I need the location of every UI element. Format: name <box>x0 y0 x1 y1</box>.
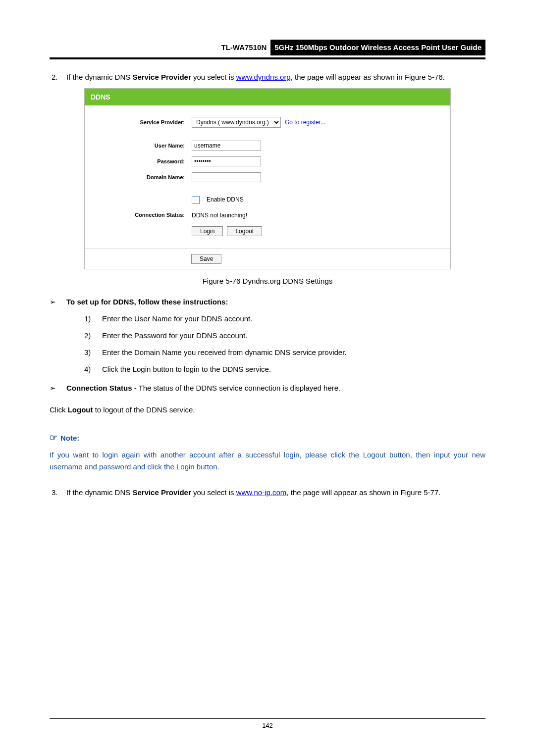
select-service-provider[interactable]: Dyndns ( www.dyndns.org ) <box>192 117 281 128</box>
bold-text: Connection Status <box>66 384 132 392</box>
header-band <box>50 57 485 59</box>
connection-status-text: DDNS not launching! <box>192 211 247 220</box>
page-footer: 142 <box>0 718 535 731</box>
text-frag: , the page will appear as shown in Figur… <box>286 488 440 497</box>
login-button[interactable]: Login <box>192 226 223 236</box>
bold-text: Logout <box>68 405 93 414</box>
step-num: 4) <box>84 363 102 375</box>
page-number: 142 <box>262 722 273 729</box>
text-frag: you select is <box>191 73 236 81</box>
label-domain-name: Domain Name: <box>93 173 192 182</box>
link-noip[interactable]: www.no-ip.com <box>236 488 287 497</box>
step-item: 2) Enter the Password for your DDNS acco… <box>84 330 485 342</box>
checkbox-enable-ddns[interactable] <box>192 196 200 204</box>
text-frag: to logout of the DDNS service. <box>93 405 195 414</box>
hand-icon: ☞ <box>50 433 57 443</box>
bold-text: Service Provider <box>132 488 191 497</box>
input-domain-name[interactable] <box>192 172 261 182</box>
label-username: User Name: <box>93 142 192 151</box>
arrow-icon: ➢ <box>50 382 66 394</box>
step-text: Enter the Domain Name you received from … <box>102 347 347 358</box>
save-button[interactable]: Save <box>191 254 221 264</box>
step-num: 2) <box>84 330 102 342</box>
input-username[interactable] <box>192 141 261 151</box>
logout-button[interactable]: Logout <box>227 226 262 236</box>
step-item: 4) Click the Login button to login to th… <box>84 363 485 375</box>
header-model: TL-WA7510N <box>221 40 271 55</box>
list-item-3: 3. If the dynamic DNS Service Provider y… <box>50 487 485 499</box>
ddns-title: DDNS <box>85 89 450 105</box>
label-service-provider: Service Provider: <box>93 118 192 127</box>
step-text: Enter the User Name for your DDNS accoun… <box>102 313 252 325</box>
note-label: Note: <box>60 434 79 442</box>
instr-heading: ➢ To set up for DDNS, follow these instr… <box>50 296 485 308</box>
text-frag: - The status of the DDNS service connect… <box>132 384 341 392</box>
step-num: 1) <box>84 313 102 325</box>
enable-ddns-label: Enable DDNS <box>207 195 244 204</box>
step-item: 3) Enter the Domain Name you received fr… <box>84 347 485 358</box>
list-num: 3. <box>50 487 66 499</box>
note-heading: ☞Note: <box>50 431 485 445</box>
step-text: Enter the Password for your DDNS account… <box>102 330 247 342</box>
text-frag: Click <box>50 405 68 414</box>
ddns-panel: DDNS Service Provider: Dyndns ( www.dynd… <box>84 88 451 269</box>
footer-line <box>50 718 485 719</box>
text-frag: , the page will appear as shown in Figur… <box>291 73 445 81</box>
label-connection-status: Connection Status: <box>93 211 192 220</box>
figure-caption: Figure 5-76 Dyndns.org DDNS Settings <box>50 275 485 287</box>
note-body: If you want to login again with another … <box>50 449 485 473</box>
list-text: If the dynamic DNS Service Provider you … <box>66 71 485 83</box>
label-password: Password: <box>93 157 192 166</box>
step-num: 3) <box>84 347 102 358</box>
text-frag: If the dynamic DNS <box>66 73 132 81</box>
step-list: 1) Enter the User Name for your DDNS acc… <box>84 313 485 375</box>
list-text: If the dynamic DNS Service Provider you … <box>66 487 485 499</box>
text-frag: you select is <box>191 488 236 497</box>
conn-status-line: ➢ Connection Status - The status of the … <box>50 382 485 394</box>
instr-text: To set up for DDNS, follow these instruc… <box>66 296 485 308</box>
list-num: 2. <box>50 71 66 83</box>
step-item: 1) Enter the User Name for your DDNS acc… <box>84 313 485 325</box>
logout-line: Click Logout to logout of the DDNS servi… <box>50 404 485 416</box>
text-frag: If the dynamic DNS <box>66 488 132 497</box>
bold-text: Service Provider <box>132 73 191 81</box>
arrow-icon: ➢ <box>50 296 66 308</box>
step-text: Click the Login button to login to the D… <box>102 363 271 375</box>
list-item-2: 2. If the dynamic DNS Service Provider y… <box>50 71 485 83</box>
input-password[interactable] <box>192 156 261 166</box>
page-header: TL-WA7510N 5GHz 150Mbps Outdoor Wireless… <box>50 40 485 55</box>
link-dyndns[interactable]: www.dyndns.org <box>236 73 291 81</box>
link-register[interactable]: Go to register... <box>285 118 325 127</box>
header-title: 5GHz 150Mbps Outdoor Wireless Access Poi… <box>270 40 485 55</box>
